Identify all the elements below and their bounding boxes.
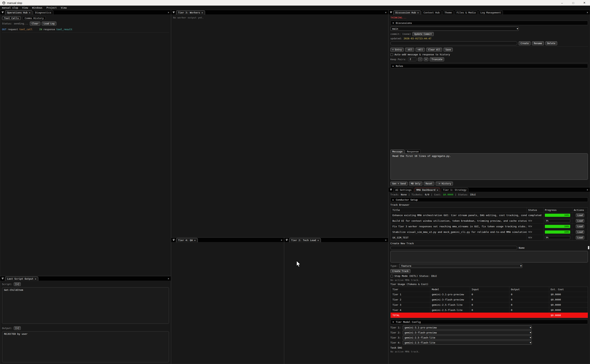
- minimize-icon[interactable]: –: [556, 0, 568, 6]
- script-textarea[interactable]: Get-ChildItem: [2, 287, 169, 324]
- panel-close-icon[interactable]: ✕: [587, 11, 588, 13]
- keep-pairs-input[interactable]: 2: [408, 57, 416, 61]
- close-icon[interactable]: ✕: [579, 0, 590, 6]
- discussions-section-header[interactable]: ▼ Discussions: [390, 21, 588, 25]
- roles-section-header[interactable]: ▶ Roles: [390, 64, 588, 68]
- dock-menu-icon[interactable]: [286, 239, 288, 241]
- tab-close-icon[interactable]: ✕: [417, 12, 419, 14]
- panel-close-icon[interactable]: ✕: [587, 188, 588, 191]
- tab-tier1-strategy[interactable]: Tier 1: Strategy: [441, 188, 468, 192]
- menu-item-view[interactable]: View: [20, 6, 30, 9]
- tab-close-icon[interactable]: ✕: [29, 12, 30, 14]
- md-only-button[interactable]: MD Only: [409, 182, 422, 186]
- dock-menu-icon[interactable]: [173, 11, 175, 13]
- plus-all-button[interactable]: +All: [416, 48, 425, 52]
- tab-tier4-qa[interactable]: Tier 4: QA ✕: [176, 238, 198, 242]
- create-track-button[interactable]: Create Track: [390, 269, 410, 273]
- panel-close-icon[interactable]: ✕: [385, 11, 387, 13]
- tab-theme[interactable]: Theme: [442, 10, 454, 14]
- rename-button[interactable]: Rename: [532, 41, 544, 45]
- discussion-content: THINKING... ▼ Discussions main ▼ commit:…: [389, 15, 590, 187]
- to-history-button[interactable]: -> History: [436, 182, 453, 186]
- update-commit-button[interactable]: Update Commit: [412, 32, 434, 36]
- menu-item-manual-slop[interactable]: manual slop: [0, 6, 20, 9]
- tier2-model-select[interactable]: gemini-3-flash-preview ▼: [403, 331, 532, 335]
- menu-item-project[interactable]: Project: [44, 6, 59, 9]
- dock-menu-icon[interactable]: [390, 11, 392, 13]
- tier4-model-select[interactable]: gemini-2.5-flash-lite ▼: [403, 341, 532, 345]
- tab-tier2-tech-lead[interactable]: Tier 2: Tech Lead ✕: [289, 238, 321, 242]
- discussion-select[interactable]: main ▼: [390, 27, 519, 31]
- load-log-button[interactable]: Load Log: [42, 22, 56, 26]
- tab-context-hub[interactable]: Context Hub: [422, 10, 442, 14]
- output-textarea[interactable]: REJECTED by user: [2, 331, 169, 362]
- load-button[interactable]: Load: [576, 225, 584, 228]
- tab-close-icon[interactable]: ✕: [437, 189, 438, 191]
- usage-model: gemini-2.5-flash-lite: [430, 308, 470, 312]
- add-entry-button[interactable]: + Entry: [390, 48, 404, 52]
- tab-log-management[interactable]: Log Management: [478, 10, 503, 14]
- clear-button[interactable]: Clear: [30, 22, 40, 26]
- clear-all-button[interactable]: Clear All: [426, 48, 442, 52]
- load-button[interactable]: Load: [576, 214, 584, 217]
- output-expand-button[interactable]: [+]: [14, 326, 21, 330]
- load-button[interactable]: Load: [576, 230, 584, 234]
- tab-discussion-hub[interactable]: Discussion Hub ✕: [393, 10, 421, 14]
- scrollbar-thumb[interactable]: [588, 246, 589, 249]
- panel-close-icon[interactable]: ✕: [168, 11, 169, 13]
- gen-send-button[interactable]: Gen + Send: [390, 182, 408, 186]
- tab-mma-dashboard[interactable]: MMA Dashboard ✕: [414, 188, 440, 192]
- reset-button[interactable]: Reset: [424, 182, 434, 186]
- tab-response[interactable]: Response: [405, 150, 421, 153]
- menu-item-view-2[interactable]: View: [59, 6, 69, 9]
- panel-close-icon[interactable]: ✕: [385, 239, 387, 241]
- panel-close-icon[interactable]: ✕: [281, 239, 282, 241]
- tab-last-script-output[interactable]: Last Script Output ✕: [5, 277, 38, 281]
- tab-close-icon[interactable]: ✕: [317, 239, 319, 241]
- dock-menu-icon[interactable]: [173, 239, 175, 241]
- autoadd-checkbox[interactable]: [390, 53, 393, 56]
- roles-header-label: Roles: [396, 65, 403, 67]
- panel-close-icon[interactable]: ✕: [168, 277, 169, 280]
- tab-tier3-workers[interactable]: Tier 3: Workers ✕: [176, 10, 205, 14]
- track-name-input[interactable]: [390, 246, 517, 250]
- save-button[interactable]: Save: [443, 48, 453, 52]
- tab-close-icon[interactable]: ✕: [194, 239, 195, 241]
- track-status: NEW: [527, 218, 543, 224]
- tab-message[interactable]: Message: [390, 150, 404, 153]
- tier3-model-select[interactable]: gemini-2.5-flash-lite ▼: [403, 336, 532, 340]
- step-mode-checkbox[interactable]: [390, 275, 393, 277]
- load-button[interactable]: Load: [576, 219, 584, 223]
- increment-button[interactable]: +: [424, 58, 428, 61]
- maximize-icon[interactable]: □: [568, 0, 579, 6]
- delete-button[interactable]: Delete: [545, 41, 557, 45]
- menu-item-windows[interactable]: Windows: [30, 6, 44, 9]
- script-expand-button[interactable]: [+]: [14, 282, 21, 286]
- dock-menu-icon[interactable]: [2, 278, 4, 280]
- load-button[interactable]: Load: [576, 236, 584, 239]
- tab-close-icon[interactable]: ✕: [201, 12, 203, 14]
- tier-model-config-header[interactable]: ▼ Tier Model Config: [390, 320, 588, 324]
- create-button[interactable]: Create: [519, 41, 530, 45]
- dock-menu-icon[interactable]: [390, 189, 392, 191]
- discussion-name-input[interactable]: [390, 41, 517, 45]
- subtab-comms-history[interactable]: Comms History: [23, 16, 46, 20]
- truncate-button[interactable]: Truncate: [430, 57, 444, 61]
- tab-diagnostics[interactable]: Diagnostics: [33, 10, 53, 14]
- tab-close-icon[interactable]: ✕: [35, 278, 36, 280]
- message-textarea[interactable]: Read the first 10 lines of aggregate.py.: [390, 153, 588, 180]
- tier1-model-select[interactable]: gemini-3.1-pro-preview ▼: [403, 325, 532, 330]
- tab-files-media[interactable]: Files & Media: [455, 10, 478, 14]
- tab-ai-settings[interactable]: AI Settings: [393, 188, 414, 192]
- tab-operations-hub[interactable]: Operations Hub ✕: [5, 10, 33, 14]
- track-description-textarea[interactable]: [390, 251, 588, 262]
- minus-all-button[interactable]: -All: [405, 48, 414, 52]
- tool-call-label: tool_call: [19, 28, 32, 31]
- conductor-setup-header[interactable]: ▶ Conductor Setup: [390, 197, 588, 202]
- decrement-button[interactable]: -: [418, 58, 422, 61]
- track-type-select[interactable]: feature ▼: [399, 264, 522, 268]
- tier2-model-row: Tier 2: gemini-3-flash-preview ▼: [390, 331, 588, 335]
- dock-menu-icon[interactable]: [2, 11, 4, 13]
- tool-call-entry[interactable]: OUT request tool_call IN response tool_r…: [2, 28, 169, 32]
- subtab-tool-calls[interactable]: Tool Calls: [2, 16, 21, 20]
